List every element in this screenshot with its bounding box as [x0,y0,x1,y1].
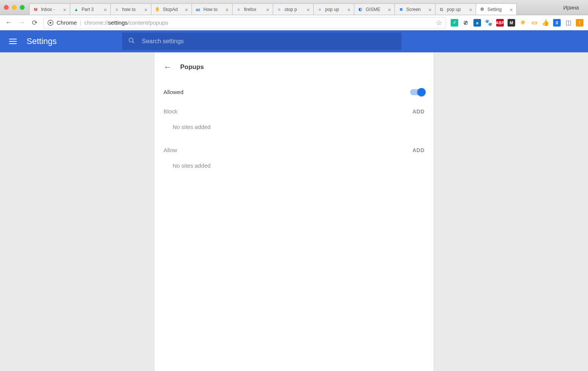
panel-back-button[interactable]: ← [164,62,172,72]
tab-close-icon[interactable]: ✕ [104,8,107,11]
tab-label: StopAd [163,7,182,12]
tag-icon[interactable]: 0 [553,19,561,27]
tab-favicon: ≡ [114,6,120,13]
thumb-icon[interactable]: 👍 [542,19,549,27]
tab-close-icon[interactable]: ✕ [144,8,148,11]
tab-favicon: G [439,6,445,13]
tab-close-icon[interactable]: ✕ [428,8,432,11]
tab-favicon: ▲ [73,6,79,13]
settings-search[interactable] [122,33,401,50]
tab-favicon: az [195,6,201,13]
tab-close-icon[interactable]: ✕ [347,8,351,11]
section-label: Block [164,108,178,115]
add-button[interactable]: ADD [412,147,424,153]
grammarly-icon[interactable]: ✓ [451,19,458,27]
tab-close-icon[interactable]: ✕ [63,8,67,11]
tab-label: How to [203,7,223,12]
tab-favicon: ≡ [236,6,242,13]
browser-tab[interactable]: ⧈Screen✕ [395,3,435,15]
tab-close-icon[interactable]: ✕ [266,8,270,11]
browser-tab[interactable]: MInbox -✕ [29,3,70,15]
forward-button[interactable]: → [17,19,26,27]
settings-header: Settings [0,30,588,52]
browser-toolbar: ← → ⟳ Chrome | chrome://settings/content… [0,15,588,30]
tab-label: pop up [447,7,467,12]
tab-close-icon[interactable]: ✕ [469,8,473,11]
browser-tab[interactable]: ≡pop up✕ [313,3,354,15]
tab-favicon: M [33,6,39,13]
panel-header: ← Popups [154,52,434,82]
settings-title: Settings [27,36,57,46]
browser-tab[interactable]: ≡stop p✕ [273,3,314,15]
browser-tab[interactable]: ✋StopAd✕ [151,3,192,15]
paw-icon[interactable]: 🐾 [485,19,492,27]
tab-favicon: ◐ [357,6,363,13]
profile-name[interactable]: Ирина [558,5,584,11]
add-button[interactable]: ADD [412,108,424,115]
tab-label: Setting [487,7,507,12]
tab-favicon: ⚙ [479,6,485,13]
chrome-origin-icon [47,20,53,26]
minimize-window-button[interactable] [12,5,17,10]
browser-tab[interactable]: ≡firefox✕ [232,3,273,15]
amazon-icon[interactable]: a [473,19,481,27]
tab-strip: MInbox -✕▲Part 3✕≡how to✕✋StopAd✕azHow t… [29,0,558,15]
settings-canvas: ← Popups Allowed BlockADDNo sites addedA… [0,52,588,371]
svg-point-2 [129,38,133,42]
tab-label: Screen [406,7,426,12]
browser-tab[interactable]: azHow to✕ [192,3,233,15]
window-titlebar: MInbox -✕▲Part 3✕≡how to✕✋StopAd✕azHow t… [0,0,588,15]
extension-row: ✓⎚a🐾ABPM☀▭👍0◫! [451,19,583,27]
tab-favicon: ✋ [154,6,160,13]
empty-state-text: No sites added [154,117,434,141]
rd-icon[interactable]: M [508,19,515,27]
tab-label: Part 3 [82,7,101,12]
url-text: chrome://settings/content/popups [84,19,168,26]
tab-favicon: ⧈ [398,6,404,13]
search-icon [128,37,135,46]
rec-icon[interactable]: ▭ [530,19,538,27]
tab-close-icon[interactable]: ✕ [388,8,391,11]
empty-state-text: No sites added [154,156,434,179]
browser-tab[interactable]: Gpop up✕ [435,3,476,15]
section-label: Allow [164,147,177,153]
bookmark-star-icon[interactable]: ☆ [436,19,442,27]
traffic-lights [4,5,25,10]
tab-close-icon[interactable]: ✕ [225,8,229,11]
allowed-label: Allowed [164,89,184,95]
settings-search-input[interactable] [142,38,395,45]
section-header: AllowADD [154,141,434,156]
abp-icon[interactable]: ABP [496,19,504,27]
svg-line-3 [132,41,134,43]
tab-label: Inbox - [41,7,61,12]
popups-panel: ← Popups Allowed BlockADDNo sites addedA… [154,52,434,371]
tab-label: GISME [366,7,385,12]
browser-tab[interactable]: ▲Part 3✕ [70,3,111,15]
allowed-toggle[interactable] [410,89,424,95]
browser-tab[interactable]: ⚙Setting✕ [476,3,517,15]
warn-icon[interactable]: ! [576,19,583,27]
menu-button[interactable] [9,37,18,46]
archive-icon[interactable]: ◫ [564,19,572,27]
address-bar[interactable]: Chrome | chrome://settings/content/popup… [43,17,446,28]
tab-label: firefox [244,7,264,12]
reload-button[interactable]: ⟳ [30,19,39,27]
close-window-button[interactable] [4,5,9,10]
maximize-window-button[interactable] [20,5,25,10]
tab-label: how to [122,7,142,12]
origin-label: Chrome [57,19,77,26]
back-button[interactable]: ← [5,19,13,27]
tab-label: stop p [285,7,304,12]
sun-icon[interactable]: ☀ [519,19,527,27]
tab-favicon: ≡ [317,6,323,13]
tab-close-icon[interactable]: ✕ [185,8,189,11]
tab-close-icon[interactable]: ✕ [509,8,513,11]
cast-icon[interactable]: ⎚ [462,19,470,27]
omnibox-separator: | [80,19,81,26]
tab-close-icon[interactable]: ✕ [307,8,310,11]
browser-tab[interactable]: ≡how to✕ [110,3,151,15]
allowed-toggle-row: Allowed [154,82,434,102]
browser-tab[interactable]: ◐GISME✕ [354,3,395,15]
tab-favicon: ≡ [276,6,282,13]
panel-title: Popups [180,63,204,71]
